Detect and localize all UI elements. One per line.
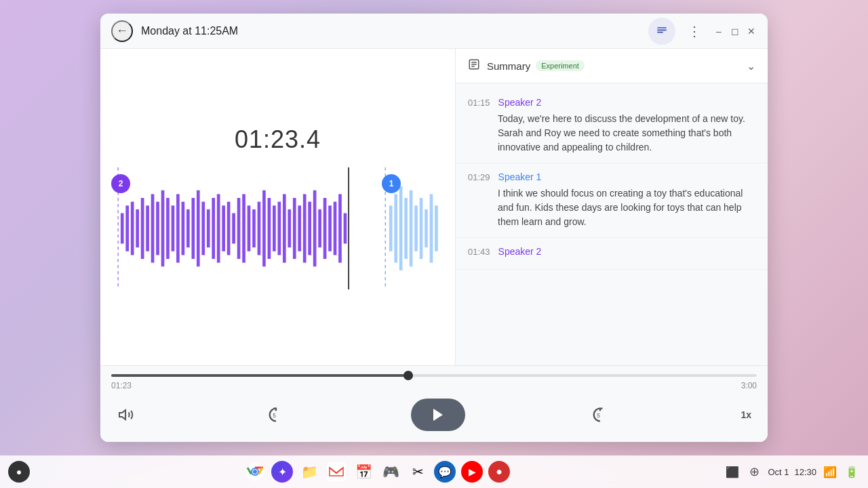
battery-icon[interactable]: 🔋 <box>844 464 860 480</box>
taskbar-left: ● <box>8 461 30 483</box>
add-icon[interactable]: ⊕ <box>746 464 762 480</box>
time-display: 12:30 <box>794 467 816 477</box>
assistant-icon[interactable]: ✦ <box>271 461 293 483</box>
gmail-icon[interactable] <box>326 461 347 483</box>
svg-rect-55 <box>410 190 413 266</box>
minimize-button[interactable]: – <box>713 26 724 37</box>
entry-time: 01:43 <box>468 247 490 257</box>
svg-rect-53 <box>399 186 403 270</box>
current-time: 01:23 <box>111 381 132 390</box>
speed-button[interactable]: 1x <box>735 407 757 423</box>
svg-rect-18 <box>191 198 195 259</box>
forward-button[interactable]: 5 <box>585 400 615 430</box>
time-labels: 01:23 3:00 <box>111 381 757 390</box>
svg-rect-20 <box>201 201 205 255</box>
svg-rect-24 <box>222 205 225 251</box>
svg-rect-23 <box>217 194 220 262</box>
waveform-area: 01:23.4 2 1 <box>100 49 456 365</box>
entry-header: 01:29 Speaker 1 <box>468 171 755 182</box>
recorder-icon[interactable]: ● <box>488 461 510 483</box>
transcript-entry: 01:29 Speaker 1 I think we should focus … <box>456 163 768 238</box>
svg-rect-10 <box>151 194 155 262</box>
waveform-svg <box>100 167 455 289</box>
transcript-panel: Summary Experiment ⌄ 01:15 Speaker 2 Tod… <box>456 49 768 365</box>
svg-rect-38 <box>293 198 296 259</box>
svg-rect-33 <box>268 198 271 259</box>
play-button[interactable] <box>411 399 465 431</box>
svg-rect-60 <box>435 205 438 251</box>
taskbar-right: ⬛ ⊕ Oct 1 12:30 📶 🔋 <box>724 464 860 480</box>
svg-rect-14 <box>172 205 175 251</box>
entry-text: I think we should focus on creating a to… <box>468 186 755 229</box>
svg-rect-57 <box>420 198 423 259</box>
speaker-name: Speaker 1 <box>498 171 542 182</box>
svg-rect-5 <box>125 205 129 251</box>
close-button[interactable]: ✕ <box>746 26 757 37</box>
back-button[interactable]: ← <box>111 20 133 42</box>
transcript-entry: 01:15 Speaker 2 Today, we're here to dis… <box>456 89 768 163</box>
svg-rect-29 <box>248 205 251 251</box>
volume-button[interactable] <box>111 400 141 430</box>
svg-rect-39 <box>298 205 301 251</box>
summary-label: Summary <box>487 60 530 72</box>
svg-rect-27 <box>237 198 241 259</box>
waveform-container: 2 1 <box>100 167 455 289</box>
app-window: ← Monday at 11:25AM ⋮ – ◻ ✕ 01:23.4 <box>100 14 768 442</box>
svg-rect-58 <box>425 209 428 247</box>
experiment-badge: Experiment <box>536 60 585 71</box>
svg-rect-52 <box>394 194 397 262</box>
svg-rect-51 <box>389 205 393 251</box>
title-bar-right: ⋮ – ◻ ✕ <box>648 18 757 45</box>
rewind-button[interactable]: 5 <box>261 400 291 430</box>
svg-rect-22 <box>212 198 215 259</box>
progress-fill <box>111 374 408 377</box>
total-time: 3:00 <box>741 381 757 390</box>
svg-marker-65 <box>119 410 125 420</box>
maximize-button[interactable]: ◻ <box>730 26 741 37</box>
transcript-list: 01:15 Speaker 2 Today, we're here to dis… <box>456 83 768 365</box>
svg-rect-44 <box>323 198 327 259</box>
system-tray-icon[interactable]: ● <box>8 461 30 483</box>
more-options-button[interactable]: ⋮ <box>681 18 708 45</box>
svg-rect-34 <box>273 205 276 251</box>
play-store-icon[interactable]: 🎮 <box>380 461 401 483</box>
messages-icon[interactable]: 💬 <box>434 461 456 483</box>
svg-rect-48 <box>344 213 347 243</box>
entry-header: 01:15 Speaker 2 <box>468 97 755 108</box>
svg-rect-4 <box>121 213 124 243</box>
svg-rect-36 <box>283 194 286 262</box>
transcript-entry: 01:43 Speaker 2 <box>456 238 768 270</box>
svg-rect-13 <box>166 198 170 259</box>
speaker-name: Speaker 2 <box>498 246 542 257</box>
svg-rect-17 <box>186 209 190 247</box>
svg-rect-43 <box>318 209 321 247</box>
svg-rect-28 <box>242 194 245 262</box>
progress-thumb <box>403 371 413 380</box>
youtube-icon[interactable]: ▶ <box>461 461 483 483</box>
summary-icon <box>468 58 480 73</box>
screen-record-icon[interactable]: ⬛ <box>724 464 741 480</box>
chrome-icon[interactable] <box>244 461 266 483</box>
photos-icon[interactable]: ✂ <box>407 461 429 483</box>
taskbar: ● ✦ 📁 📅 <box>0 455 868 488</box>
window-title: Monday at 11:25AM <box>141 25 238 37</box>
svg-rect-16 <box>182 201 185 255</box>
svg-rect-30 <box>252 209 256 247</box>
entry-header: 01:43 Speaker 2 <box>468 246 755 257</box>
transcript-view-button[interactable] <box>648 18 675 45</box>
svg-rect-26 <box>232 213 235 243</box>
svg-rect-9 <box>146 205 149 251</box>
speaker2-marker: 2 <box>111 174 130 193</box>
calendar-icon[interactable]: 📅 <box>353 461 374 483</box>
title-bar: ← Monday at 11:25AM ⋮ – ◻ ✕ <box>100 14 768 49</box>
wifi-icon[interactable]: 📶 <box>822 464 838 480</box>
progress-bar[interactable] <box>111 374 757 377</box>
svg-rect-46 <box>334 201 337 255</box>
svg-rect-7 <box>136 209 139 247</box>
svg-rect-37 <box>288 209 291 247</box>
svg-marker-67 <box>433 409 443 421</box>
svg-rect-42 <box>313 190 317 266</box>
summary-header[interactable]: Summary Experiment ⌄ <box>456 49 768 83</box>
window-controls: – ◻ ✕ <box>713 26 757 37</box>
files-icon[interactable]: 📁 <box>298 461 320 483</box>
